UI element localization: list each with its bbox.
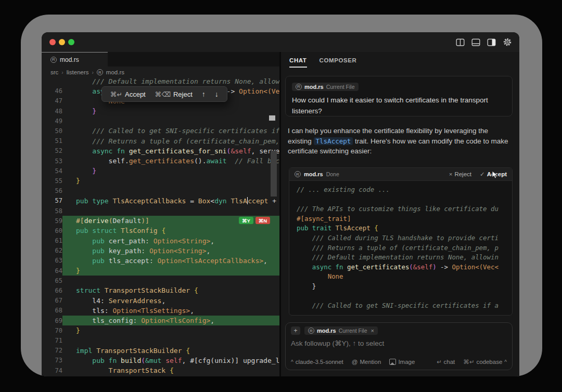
code-line-58: 58 [42, 206, 279, 216]
code-line-53: 53 self.get_certificates().await // Fall… [42, 156, 279, 166]
line-number: 73 [42, 357, 62, 364]
chat-tab-bar: CHAT COMPOSER [289, 57, 356, 68]
split-editor-icon[interactable] [456, 38, 465, 46]
chip-tag: Current File [326, 84, 355, 90]
editor-window: R mod.rs src › listeners › R mod.rs /// … [42, 32, 519, 376]
titlebar [42, 32, 519, 52]
line-number: 67 [42, 297, 62, 304]
settings-gear-icon[interactable] [503, 37, 512, 47]
remove-chip-icon[interactable]: × [371, 328, 374, 334]
editor-lines: /// Default implementation returns None,… [42, 78, 279, 375]
code-block-status: Done [326, 171, 339, 177]
chat-code-line: #[async_trait] [297, 214, 512, 224]
code-line-51: 51 /// Returns a tuple of (certificate_c… [42, 136, 279, 146]
submit-codebase-button[interactable]: ⌘↵ codebase ^ [463, 358, 507, 365]
breadcrumb-separator: › [92, 70, 94, 75]
device-bezel: R mod.rs src › listeners › R mod.rs /// … [21, 15, 542, 376]
code-line-73: 73 pub fn build(&mut self, #[cfg(unix)] … [42, 356, 279, 365]
code-line-62: 62 pub key_path: Option<String>, [42, 246, 279, 256]
scrollbar-thumb[interactable] [271, 151, 277, 197]
add-context-button[interactable]: + [291, 326, 300, 335]
code-line-63: 63 pub tls_accept: Option<TlsAcceptCallb… [42, 256, 279, 266]
line-number: 49 [42, 117, 62, 125]
reject-suggestion-button[interactable]: ×Reject [449, 171, 471, 177]
accept-diff-badge[interactable]: ⌘Y [239, 217, 253, 224]
image-button[interactable]: Image [389, 359, 415, 365]
code-block-filename: mod.rs [304, 171, 323, 177]
chat-code-line: async fn get_certificates(&self) -> Opti… [297, 263, 512, 272]
line-number: 62 [42, 247, 62, 254]
code-line-54: 54 } [42, 166, 279, 176]
editor-pane: R mod.rs src › listeners › R mod.rs /// … [42, 52, 279, 376]
panel-toggle-icon[interactable] [471, 38, 480, 46]
chat-code-line [297, 292, 512, 302]
chat-code-line: /// Returns a tuple of (certificate_chai… [297, 243, 512, 253]
line-number: 60 [42, 227, 62, 234]
line-number: 64 [42, 267, 62, 275]
line-number: 50 [42, 127, 62, 135]
chat-code-line: None [297, 272, 512, 282]
chip-tag: Current File [339, 328, 367, 334]
chat-code-line: pub trait TlsAccept { [297, 224, 512, 233]
context-file-chip[interactable]: R mod.rs Current File [292, 83, 359, 91]
chat-code-line [297, 195, 512, 205]
accept-button[interactable]: ⌘↵Accept [110, 90, 146, 98]
code-line-60: 60pub struct TlsConfig { [42, 226, 279, 236]
inline-code-ref[interactable]: TlsAccept [314, 137, 353, 145]
scrollbar-marker [269, 115, 275, 121]
code-line-61: 61 pub cert_path: Option<String>, [42, 236, 279, 246]
prev-diff-arrow-icon[interactable]: ↑ [202, 90, 206, 98]
line-number: 55 [42, 177, 62, 185]
line-number: 69 [42, 317, 62, 324]
line-number: 53 [42, 158, 62, 165]
tab-strip: R mod.rs [42, 52, 279, 67]
code-line-69: 69 tls_config: Option<TlsConfig>, [42, 316, 279, 325]
line-number: 74 [42, 367, 62, 374]
line-number: 48 [42, 108, 62, 115]
line-number: 63 [42, 257, 62, 264]
close-button[interactable] [49, 39, 56, 45]
line-number: 47 [42, 97, 62, 104]
breadcrumb-file[interactable]: mod.rs [106, 69, 124, 75]
next-diff-arrow-icon[interactable]: ↓ [215, 90, 219, 98]
tab-mod-rs[interactable]: R mod.rs [42, 52, 108, 67]
line-number: 46 [42, 87, 62, 95]
cmd-return-key-icon: ⌘↵ [463, 358, 474, 365]
line-number: 70 [42, 327, 62, 334]
reject-diff-badge[interactable]: ⌘N [256, 217, 270, 224]
code-line-74: 74 TransportStack { [42, 365, 279, 375]
model-selector[interactable]: ^ claude-3.5-sonnet [291, 359, 343, 365]
code-editor[interactable]: /// Default implementation returns None,… [42, 78, 279, 376]
tab-composer[interactable]: COMPOSER [320, 57, 357, 68]
chat-code-line: // ... existing code ... [297, 185, 512, 195]
image-icon [389, 359, 396, 365]
zoom-button[interactable] [68, 39, 74, 45]
tab-chat[interactable]: CHAT [289, 57, 307, 68]
reject-button[interactable]: ⌘⌫Reject [155, 90, 193, 98]
user-message-card: R mod.rs Current File How could I make i… [285, 76, 513, 116]
line-number: 52 [42, 147, 62, 154]
breadcrumb-listeners[interactable]: listeners [67, 69, 89, 75]
mention-button[interactable]: @ Mention [352, 359, 381, 365]
breadcrumb-src[interactable]: src [50, 69, 58, 75]
chat-input-card[interactable]: + R mod.rs Current File × Ask followup (… [285, 322, 513, 370]
code-line-49: 49 [42, 116, 279, 126]
code-line-72: 72impl TransportStackBuilder { [42, 346, 279, 356]
code-line-52: 52 async fn get_certificates_for_sni(&se… [42, 146, 279, 156]
line-number: 68 [42, 307, 62, 314]
chat-input-placeholder[interactable]: Ask followup (⌘Y), ↑ to select [291, 339, 507, 347]
submit-chat-button[interactable]: ↵ chat [437, 358, 455, 365]
user-message-text: How could I make it easier to switch cer… [292, 95, 506, 116]
line-number: 59 [42, 217, 62, 225]
input-context-chip[interactable]: R mod.rs Current File × [304, 326, 378, 335]
code-line-65: 65 [42, 276, 279, 285]
secondary-sidebar-icon[interactable] [487, 38, 496, 46]
breadcrumb: src › listeners › R mod.rs [42, 67, 279, 78]
screenshot-stage: R mod.rs src › listeners › R mod.rs /// … [0, 0, 562, 392]
code-line-57: 57pub type TlsAcceptCallbacks = Box<dyn … [42, 196, 279, 206]
chip-filename: mod.rs [317, 328, 336, 334]
chat-code-line: } [297, 282, 512, 292]
line-number: 51 [42, 137, 62, 145]
minimize-button[interactable] [59, 39, 65, 45]
code-line-48: 48 } [42, 106, 279, 116]
